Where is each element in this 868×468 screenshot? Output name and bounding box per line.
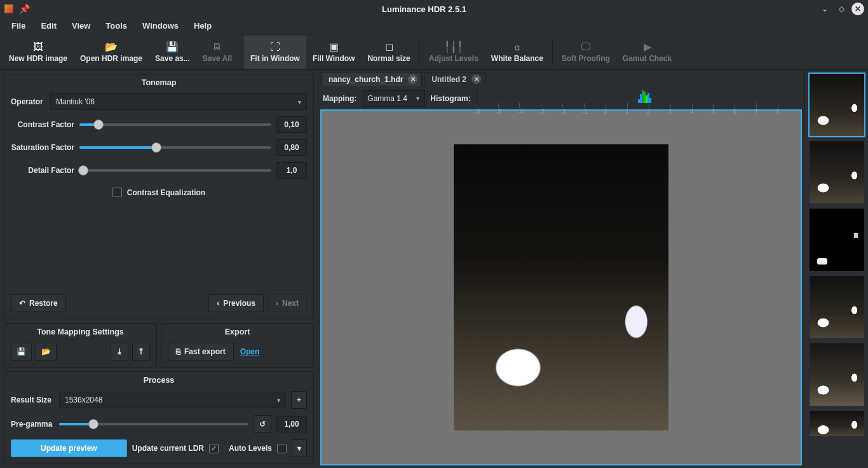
menubar: File Edit View Tools Windows Help <box>0 18 868 34</box>
image-canvas[interactable] <box>320 109 802 465</box>
slider-value-0[interactable]: 0,10 <box>276 116 307 133</box>
preview-thumb-2[interactable] <box>810 141 864 203</box>
menu-edit[interactable]: Edit <box>33 18 64 33</box>
upload-icon: ⤒ <box>138 347 144 356</box>
levels-icon: ╿╽╿ <box>447 41 460 53</box>
tms-open-button[interactable]: 📂 <box>36 343 57 361</box>
fill-icon: ▣ <box>327 41 340 53</box>
menu-view[interactable]: View <box>64 18 98 33</box>
preview-strip[interactable] <box>804 70 868 468</box>
tonemap-title: Tonemap <box>4 74 313 90</box>
menu-help[interactable]: Help <box>186 18 219 33</box>
update-ldr-label: Update current LDR <box>132 444 204 453</box>
menu-windows[interactable]: Windows <box>135 18 186 33</box>
toolbar-save-all-button: 🗎Save All <box>196 36 238 69</box>
fit-icon: ⛶ <box>269 41 281 53</box>
result-size-value: 1536x2048 <box>65 396 102 404</box>
histogram[interactable]: -6-5-4-3-2-1012345678 <box>476 89 799 108</box>
next-button[interactable]: › Next <box>268 294 307 312</box>
result-size-select[interactable]: 1536x2048 ▾ <box>59 392 286 408</box>
toolbar: 🖼New HDR image📂Open HDR image💾Save as...… <box>0 34 868 70</box>
result-size-label: Result Size <box>11 396 54 404</box>
export-open-link[interactable]: Open <box>240 347 260 356</box>
slider-0[interactable] <box>79 118 271 131</box>
slider-label-0: Contrast Factor <box>11 120 74 129</box>
process-panel: Process Result Size 1536x2048 ▾ + Pre-ga… <box>4 371 314 464</box>
play-icon: ▶ <box>641 41 654 53</box>
close-button[interactable]: ✕ <box>851 3 864 15</box>
minimize-button[interactable]: ⌄ <box>818 3 831 15</box>
slider-value-2[interactable]: 1,0 <box>276 162 307 179</box>
operator-label: Operator <box>11 97 45 106</box>
restore-button[interactable]: ↶ Restore <box>11 294 66 312</box>
pregamma-label: Pre-gamma <box>11 420 54 429</box>
pin-icon[interactable]: 📌 <box>19 4 30 14</box>
sun-icon: ☼ <box>511 41 524 53</box>
toolbar-fill-button[interactable]: ▣Fill Window <box>306 36 362 69</box>
toolbar-fit-button[interactable]: ⛶Fit in Window <box>244 36 306 69</box>
save-icon: 💾 <box>17 347 26 356</box>
titlebar: 📌 Luminance HDR 2.5.1 ⌄ ◇ ✕ <box>0 0 868 18</box>
menu-file[interactable]: File <box>4 18 33 33</box>
tab-1[interactable]: Untitled 2✕ <box>424 72 485 86</box>
preview-thumb-3[interactable] <box>810 209 864 271</box>
slider-2[interactable] <box>79 164 271 177</box>
tab-close-icon[interactable]: ✕ <box>408 74 417 84</box>
tms-title: Tone Mapping Settings <box>4 324 156 339</box>
toolbar-wb-button[interactable]: ☼White Balance <box>485 36 550 69</box>
fast-export-button[interactable]: ⎘ Fast export <box>168 343 234 361</box>
toolbar-save-as-button[interactable]: 💾Save as... <box>149 36 196 69</box>
contrast-eq-checkbox[interactable] <box>112 188 122 197</box>
slider-value-1[interactable]: 0,80 <box>276 139 307 156</box>
hdr-image <box>454 144 668 430</box>
mapping-select[interactable]: Gamma 1.4 ▾ <box>362 90 425 107</box>
operator-select[interactable]: Mantiuk '06 ▾ <box>50 93 307 110</box>
export-panel: Export ⎘ Fast export Open <box>161 323 314 368</box>
reset-icon: ↺ <box>259 420 266 429</box>
tonemap-panel: Tonemap Operator Mantiuk '06 ▾ Contrast … <box>4 74 314 319</box>
tab-0[interactable]: nancy_church_1.hdr✕ <box>322 72 422 86</box>
chevron-down-icon: ▾ <box>416 95 419 102</box>
tms-import-button[interactable]: ⤓ <box>111 343 128 361</box>
tab-close-icon[interactable]: ✕ <box>471 74 481 84</box>
process-title: Process <box>4 372 313 387</box>
export-icon: ⎘ <box>176 347 180 356</box>
app-icon <box>4 4 14 14</box>
chevron-left-icon: ‹ <box>217 299 219 308</box>
normal-icon: ◻ <box>383 41 395 53</box>
save-all-icon: 🗎 <box>211 41 224 53</box>
toolbar-new-hdr-button[interactable]: 🖼New HDR image <box>3 36 74 69</box>
update-preview-button[interactable]: Update preview <box>11 439 127 457</box>
update-ldr-checkbox[interactable] <box>209 444 219 453</box>
operator-value: Mantiuk '06 <box>56 97 95 106</box>
folder-icon: 📂 <box>41 347 51 356</box>
pregamma-slider[interactable] <box>59 418 248 430</box>
result-size-add-button[interactable]: + <box>291 391 307 409</box>
pregamma-value[interactable]: 1,00 <box>276 416 307 432</box>
toolbar-normal-button[interactable]: ◻Normal size <box>361 36 416 69</box>
preview-thumb-1[interactable] <box>810 74 864 136</box>
tms-save-button[interactable]: 💾 <box>11 343 32 361</box>
folder-open-icon: 📂 <box>105 41 118 53</box>
slider-label-1: Saturation Factor <box>11 143 74 152</box>
toolbar-open-hdr-button[interactable]: 📂Open HDR image <box>74 36 149 69</box>
maximize-button[interactable]: ◇ <box>835 3 848 15</box>
chevron-down-icon: ▾ <box>298 99 301 106</box>
preview-thumb-5[interactable] <box>810 343 864 406</box>
pregamma-reset-button[interactable]: ↺ <box>254 415 271 433</box>
toolbar-soft-button: 🖵Soft Proofing <box>555 36 616 69</box>
menu-tools[interactable]: Tools <box>98 18 135 33</box>
preview-thumb-4[interactable] <box>810 276 864 338</box>
auto-levels-checkbox[interactable] <box>277 444 287 453</box>
export-title: Export <box>161 324 313 339</box>
download-icon: ⤓ <box>116 347 123 356</box>
preview-thumb-6[interactable] <box>810 411 864 436</box>
previous-button[interactable]: ‹ Previous <box>208 294 264 312</box>
slider-1[interactable] <box>79 141 271 154</box>
auto-levels-options-button[interactable]: ▾ <box>292 439 307 457</box>
window-title: Luminance HDR 2.5.1 <box>30 4 818 14</box>
auto-levels-label: Auto Levels <box>229 444 272 453</box>
tms-export-button[interactable]: ⤒ <box>132 343 150 361</box>
plus-icon: + <box>297 396 301 404</box>
image-plus-icon: 🖼 <box>32 41 44 53</box>
